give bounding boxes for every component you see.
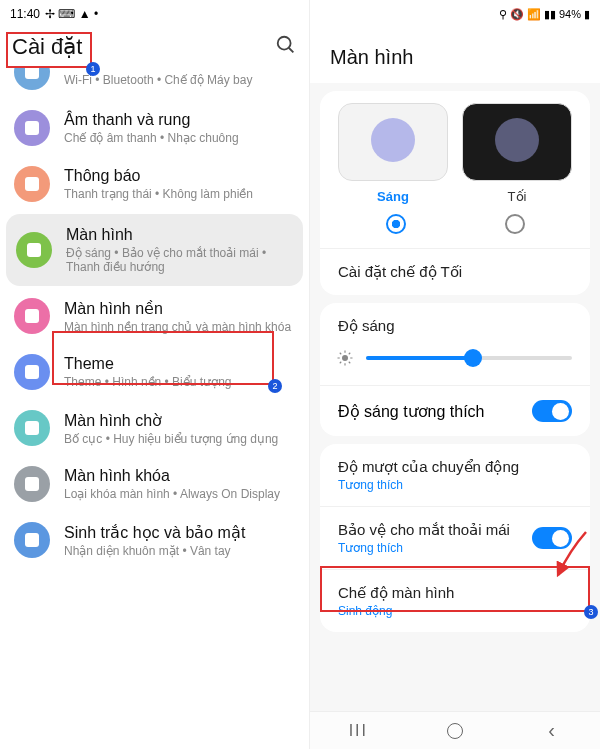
status-bar-right: ⚲ 🔇 📶 ▮▮ 94% ▮ [310,0,600,28]
screen-mode-row[interactable]: Chế độ màn hình Sinh động [320,569,590,632]
theme-section: Sáng Tối Cài đặt chế độ Tối [320,91,590,295]
item-subtitle: Nhận diện khuôn mặt • Vân tay [64,544,295,558]
mute-icon: 🔇 [510,8,524,21]
item-icon [14,466,50,502]
adaptive-brightness-toggle[interactable] [532,400,572,422]
sidebar-item-5[interactable]: ThemeTheme • Hình nền • Biểu tượng [0,344,309,400]
item-subtitle: Wi-Fi • Bluetooth • Chế độ Máy bay [64,73,295,87]
wifi-icon: 📶 [527,8,541,21]
sidebar-item-8[interactable]: Sinh trắc học và bảo mậtNhận diện khuôn … [0,512,309,568]
nav-recent[interactable]: III [348,721,368,741]
svg-point-0 [278,37,291,50]
item-subtitle: Thanh trạng thái • Không làm phiền [64,187,295,201]
radio-dark[interactable] [505,214,525,234]
sidebar-item-3[interactable]: Màn hìnhĐộ sáng • Bảo vệ cho mắt thoải m… [6,214,303,286]
eye-comfort-row[interactable]: Bảo vệ cho mắt thoải mái Tương thích [320,506,590,569]
item-title: Âm thanh và rung [64,111,295,129]
item-subtitle: Bố cục • Huy hiệu biểu tượng ứng dụng [64,432,295,446]
item-title: Màn hình [66,226,293,244]
brightness-section: Độ sáng Độ sáng tương thích [320,303,590,436]
settings-list[interactable]: Wi-Fi • Bluetooth • Chế độ Máy bayÂm tha… [0,68,309,749]
eye-comfort-toggle[interactable] [532,527,572,549]
status-bar: 11:40 ✢ ⌨ ▲ • [0,0,309,28]
svg-line-1 [289,48,294,53]
dark-mode-settings-row[interactable]: Cài đặt chế độ Tối [320,248,590,295]
sidebar-item-1[interactable]: Âm thanh và rungChế độ âm thanh • Nhạc c… [0,100,309,156]
brightness-slider[interactable] [366,356,572,360]
advanced-section: Độ mượt của chuyển động Tương thích Bảo … [320,444,590,632]
status-notif-icons: ✢ ⌨ ▲ • [45,7,98,21]
adaptive-brightness-label: Độ sáng tương thích [338,402,485,421]
battery-icon: ▮ [584,8,590,21]
item-icon [14,68,50,90]
theme-option-light[interactable]: Sáng [338,103,448,204]
item-title: Màn hình chờ [64,411,295,430]
item-icon [14,110,50,146]
nav-home[interactable] [445,721,465,741]
sidebar-item-2[interactable]: Thông báoThanh trạng thái • Không làm ph… [0,156,309,212]
item-icon [14,354,50,390]
motion-smoothness-row[interactable]: Độ mượt của chuyển động Tương thích [320,444,590,506]
svg-line-9 [340,362,342,364]
svg-line-8 [349,362,351,364]
item-title: Màn hình khóa [64,467,295,485]
radio-light[interactable] [386,214,406,234]
item-icon [14,166,50,202]
theme-dark-label: Tối [462,189,572,204]
sidebar-item-4[interactable]: Màn hình nềnMàn hình nền trang chủ và mà… [0,288,309,344]
nav-back[interactable]: ‹ [542,721,562,741]
item-icon [14,298,50,334]
item-title: Theme [64,355,295,373]
android-navbar: III ‹ [310,711,600,749]
sidebar-item-7[interactable]: Màn hình khóaLoại khóa màn hình • Always… [0,456,309,512]
item-icon [14,410,50,446]
sun-icon [336,349,354,367]
theme-light-label: Sáng [338,189,448,204]
settings-sidebar: 11:40 ✢ ⌨ ▲ • Cài đặt Wi-Fi • Bluetooth … [0,0,310,749]
bluetooth-icon: ⚲ [499,8,507,21]
item-title: Màn hình nền [64,299,295,318]
item-title: Sinh trắc học và bảo mật [64,523,295,542]
display-detail-pane: ⚲ 🔇 📶 ▮▮ 94% ▮ Màn hình Sáng Tối [310,0,600,749]
item-title: Thông báo [64,167,295,185]
status-time: 11:40 [10,7,40,21]
item-subtitle: Độ sáng • Bảo vệ cho mắt thoải mái • Tha… [66,246,293,274]
search-icon [275,34,297,56]
item-subtitle: Loại khóa màn hình • Always On Display [64,487,295,501]
item-icon [16,232,52,268]
battery-text: 94% [559,8,581,20]
display-title: Màn hình [310,28,600,83]
theme-option-dark[interactable]: Tối [462,103,572,204]
settings-title: Cài đặt [12,34,82,60]
svg-point-2 [342,355,348,361]
brightness-label: Độ sáng [320,303,590,339]
item-subtitle: Màn hình nền trang chủ và màn hình khóa [64,320,295,334]
svg-line-10 [349,353,351,355]
item-subtitle: Theme • Hình nền • Biểu tượng [64,375,295,389]
signal-icon: ▮▮ [544,8,556,21]
sidebar-item-6[interactable]: Màn hình chờBố cục • Huy hiệu biểu tượng… [0,400,309,456]
search-button[interactable] [275,34,297,60]
item-subtitle: Chế độ âm thanh • Nhạc chuông [64,131,295,145]
sidebar-item-0[interactable]: Wi-Fi • Bluetooth • Chế độ Máy bay [0,68,309,100]
item-icon [14,522,50,558]
svg-line-7 [340,353,342,355]
